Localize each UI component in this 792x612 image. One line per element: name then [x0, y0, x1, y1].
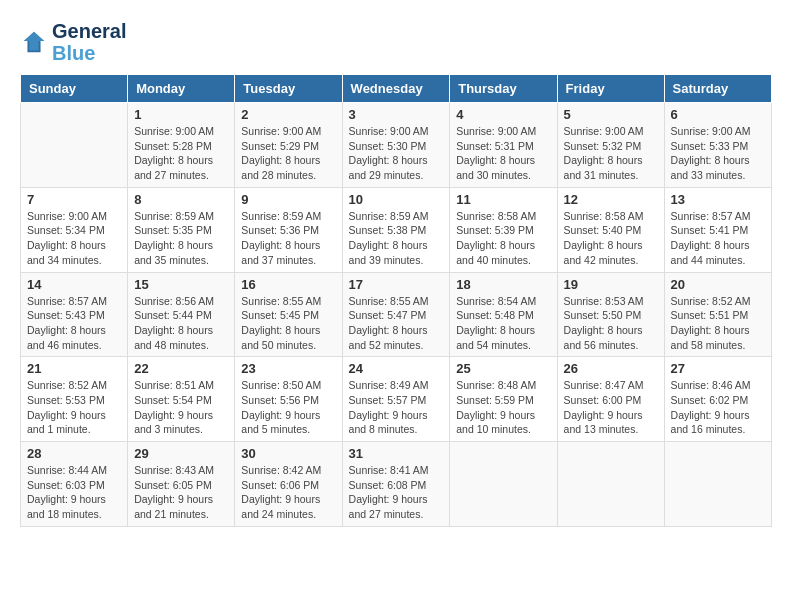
day-number: 7 [27, 192, 121, 207]
day-cell: 21Sunrise: 8:52 AM Sunset: 5:53 PM Dayli… [21, 357, 128, 442]
day-cell: 2Sunrise: 9:00 AM Sunset: 5:29 PM Daylig… [235, 103, 342, 188]
day-number: 21 [27, 361, 121, 376]
day-cell: 11Sunrise: 8:58 AM Sunset: 5:39 PM Dayli… [450, 187, 557, 272]
day-number: 2 [241, 107, 335, 122]
svg-marker-1 [24, 32, 45, 51]
day-info: Sunrise: 8:56 AM Sunset: 5:44 PM Dayligh… [134, 294, 228, 353]
day-number: 9 [241, 192, 335, 207]
day-cell: 25Sunrise: 8:48 AM Sunset: 5:59 PM Dayli… [450, 357, 557, 442]
day-number: 5 [564, 107, 658, 122]
day-cell: 17Sunrise: 8:55 AM Sunset: 5:47 PM Dayli… [342, 272, 450, 357]
logo-text: General Blue [52, 20, 126, 64]
calendar-body: 1Sunrise: 9:00 AM Sunset: 5:28 PM Daylig… [21, 103, 772, 527]
week-row-2: 7Sunrise: 9:00 AM Sunset: 5:34 PM Daylig… [21, 187, 772, 272]
day-info: Sunrise: 8:51 AM Sunset: 5:54 PM Dayligh… [134, 378, 228, 437]
day-number: 29 [134, 446, 228, 461]
day-info: Sunrise: 8:41 AM Sunset: 6:08 PM Dayligh… [349, 463, 444, 522]
day-info: Sunrise: 9:00 AM Sunset: 5:33 PM Dayligh… [671, 124, 765, 183]
day-number: 17 [349, 277, 444, 292]
day-cell: 16Sunrise: 8:55 AM Sunset: 5:45 PM Dayli… [235, 272, 342, 357]
day-cell [664, 442, 771, 527]
day-number: 31 [349, 446, 444, 461]
day-info: Sunrise: 8:50 AM Sunset: 5:56 PM Dayligh… [241, 378, 335, 437]
day-info: Sunrise: 8:46 AM Sunset: 6:02 PM Dayligh… [671, 378, 765, 437]
week-row-1: 1Sunrise: 9:00 AM Sunset: 5:28 PM Daylig… [21, 103, 772, 188]
day-number: 8 [134, 192, 228, 207]
week-row-5: 28Sunrise: 8:44 AM Sunset: 6:03 PM Dayli… [21, 442, 772, 527]
day-cell: 19Sunrise: 8:53 AM Sunset: 5:50 PM Dayli… [557, 272, 664, 357]
day-info: Sunrise: 8:57 AM Sunset: 5:41 PM Dayligh… [671, 209, 765, 268]
day-info: Sunrise: 9:00 AM Sunset: 5:28 PM Dayligh… [134, 124, 228, 183]
day-number: 11 [456, 192, 550, 207]
day-number: 10 [349, 192, 444, 207]
day-cell: 31Sunrise: 8:41 AM Sunset: 6:08 PM Dayli… [342, 442, 450, 527]
day-number: 13 [671, 192, 765, 207]
column-header-monday: Monday [128, 75, 235, 103]
day-number: 14 [27, 277, 121, 292]
day-cell: 15Sunrise: 8:56 AM Sunset: 5:44 PM Dayli… [128, 272, 235, 357]
day-number: 3 [349, 107, 444, 122]
day-number: 1 [134, 107, 228, 122]
day-cell: 13Sunrise: 8:57 AM Sunset: 5:41 PM Dayli… [664, 187, 771, 272]
day-cell: 5Sunrise: 9:00 AM Sunset: 5:32 PM Daylig… [557, 103, 664, 188]
day-number: 26 [564, 361, 658, 376]
day-info: Sunrise: 8:58 AM Sunset: 5:39 PM Dayligh… [456, 209, 550, 268]
calendar-header: SundayMondayTuesdayWednesdayThursdayFrid… [21, 75, 772, 103]
day-number: 4 [456, 107, 550, 122]
calendar-table: SundayMondayTuesdayWednesdayThursdayFrid… [20, 74, 772, 527]
week-row-3: 14Sunrise: 8:57 AM Sunset: 5:43 PM Dayli… [21, 272, 772, 357]
day-number: 19 [564, 277, 658, 292]
column-header-thursday: Thursday [450, 75, 557, 103]
day-info: Sunrise: 8:55 AM Sunset: 5:45 PM Dayligh… [241, 294, 335, 353]
day-info: Sunrise: 9:00 AM Sunset: 5:30 PM Dayligh… [349, 124, 444, 183]
day-info: Sunrise: 8:57 AM Sunset: 5:43 PM Dayligh… [27, 294, 121, 353]
day-info: Sunrise: 9:00 AM Sunset: 5:34 PM Dayligh… [27, 209, 121, 268]
day-cell: 20Sunrise: 8:52 AM Sunset: 5:51 PM Dayli… [664, 272, 771, 357]
day-cell: 22Sunrise: 8:51 AM Sunset: 5:54 PM Dayli… [128, 357, 235, 442]
day-info: Sunrise: 9:00 AM Sunset: 5:31 PM Dayligh… [456, 124, 550, 183]
day-cell: 30Sunrise: 8:42 AM Sunset: 6:06 PM Dayli… [235, 442, 342, 527]
day-cell: 18Sunrise: 8:54 AM Sunset: 5:48 PM Dayli… [450, 272, 557, 357]
day-number: 30 [241, 446, 335, 461]
column-header-tuesday: Tuesday [235, 75, 342, 103]
day-number: 20 [671, 277, 765, 292]
day-info: Sunrise: 8:48 AM Sunset: 5:59 PM Dayligh… [456, 378, 550, 437]
day-cell: 24Sunrise: 8:49 AM Sunset: 5:57 PM Dayli… [342, 357, 450, 442]
day-info: Sunrise: 8:47 AM Sunset: 6:00 PM Dayligh… [564, 378, 658, 437]
day-info: Sunrise: 9:00 AM Sunset: 5:32 PM Dayligh… [564, 124, 658, 183]
day-info: Sunrise: 8:53 AM Sunset: 5:50 PM Dayligh… [564, 294, 658, 353]
week-row-4: 21Sunrise: 8:52 AM Sunset: 5:53 PM Dayli… [21, 357, 772, 442]
day-number: 15 [134, 277, 228, 292]
day-cell: 8Sunrise: 8:59 AM Sunset: 5:35 PM Daylig… [128, 187, 235, 272]
day-number: 6 [671, 107, 765, 122]
day-info: Sunrise: 8:49 AM Sunset: 5:57 PM Dayligh… [349, 378, 444, 437]
day-info: Sunrise: 8:59 AM Sunset: 5:36 PM Dayligh… [241, 209, 335, 268]
day-cell: 6Sunrise: 9:00 AM Sunset: 5:33 PM Daylig… [664, 103, 771, 188]
day-info: Sunrise: 9:00 AM Sunset: 5:29 PM Dayligh… [241, 124, 335, 183]
day-cell: 29Sunrise: 8:43 AM Sunset: 6:05 PM Dayli… [128, 442, 235, 527]
column-header-wednesday: Wednesday [342, 75, 450, 103]
day-cell: 7Sunrise: 9:00 AM Sunset: 5:34 PM Daylig… [21, 187, 128, 272]
logo: General Blue [20, 20, 126, 64]
day-number: 18 [456, 277, 550, 292]
column-header-saturday: Saturday [664, 75, 771, 103]
day-cell: 27Sunrise: 8:46 AM Sunset: 6:02 PM Dayli… [664, 357, 771, 442]
day-cell: 1Sunrise: 9:00 AM Sunset: 5:28 PM Daylig… [128, 103, 235, 188]
day-info: Sunrise: 8:59 AM Sunset: 5:35 PM Dayligh… [134, 209, 228, 268]
day-number: 24 [349, 361, 444, 376]
day-info: Sunrise: 8:54 AM Sunset: 5:48 PM Dayligh… [456, 294, 550, 353]
day-cell: 3Sunrise: 9:00 AM Sunset: 5:30 PM Daylig… [342, 103, 450, 188]
day-info: Sunrise: 8:44 AM Sunset: 6:03 PM Dayligh… [27, 463, 121, 522]
day-cell [450, 442, 557, 527]
day-number: 25 [456, 361, 550, 376]
day-info: Sunrise: 8:43 AM Sunset: 6:05 PM Dayligh… [134, 463, 228, 522]
day-cell [557, 442, 664, 527]
day-number: 28 [27, 446, 121, 461]
day-info: Sunrise: 8:52 AM Sunset: 5:51 PM Dayligh… [671, 294, 765, 353]
day-info: Sunrise: 8:42 AM Sunset: 6:06 PM Dayligh… [241, 463, 335, 522]
day-cell [21, 103, 128, 188]
day-cell: 23Sunrise: 8:50 AM Sunset: 5:56 PM Dayli… [235, 357, 342, 442]
logo-icon [20, 28, 48, 56]
day-number: 22 [134, 361, 228, 376]
day-info: Sunrise: 8:59 AM Sunset: 5:38 PM Dayligh… [349, 209, 444, 268]
